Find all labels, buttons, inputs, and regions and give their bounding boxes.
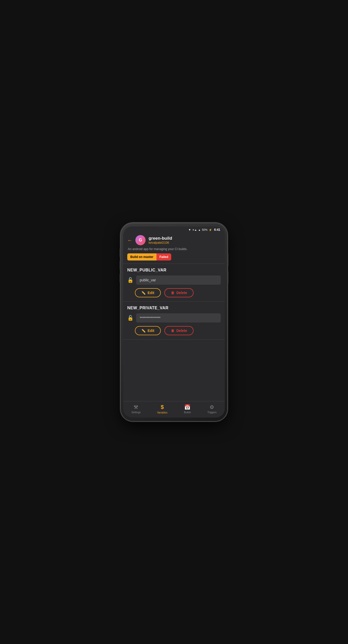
sim-cross-icon: ✕▲ xyxy=(192,228,197,231)
username: kevalpatel2106 xyxy=(149,241,172,244)
var-value-private[interactable] xyxy=(136,313,221,323)
nav-item-triggers[interactable]: ⚙ Triggers xyxy=(207,404,216,414)
nav-label-variables: Variables xyxy=(157,411,167,414)
nav-item-variables[interactable]: $ Variables xyxy=(157,404,167,414)
nav-item-settings[interactable]: ⚒ Settings xyxy=(131,404,140,414)
delete-button-private[interactable]: 🗑 Delete xyxy=(164,326,194,335)
nav-label-triggers: Triggers xyxy=(207,411,216,414)
pencil-icon-private: ✏️ xyxy=(141,329,146,333)
trash-icon-private: 🗑 xyxy=(171,329,174,333)
signal-icon: ▲ xyxy=(198,228,201,231)
phone-screen: ▼ ✕▲ ▲ 50% ⚡ 6:41 ← G green-build kevalp… xyxy=(123,226,225,418)
trash-icon: 🗑 xyxy=(171,291,174,295)
triggers-icon: ⚙ xyxy=(210,404,214,410)
variable-item-private: NEW_PRIVATE_VAR 🔓 ✏️ Edit 🗑 Delete xyxy=(123,302,225,340)
status-bar: ▼ ✕▲ ▲ 50% ⚡ 6:41 xyxy=(123,226,225,233)
edit-button-public[interactable]: ✏️ Edit xyxy=(135,288,161,297)
nav-label-settings: Settings xyxy=(131,411,140,414)
header-row: ← G green-build kevalpatel2106 xyxy=(127,235,221,245)
status-icons: ▼ ✕▲ ▲ 50% ⚡ 6:41 xyxy=(188,228,220,232)
content-area: NEW_PUBLIC_VAR 🔓 ✏️ Edit 🗑 Delete xyxy=(123,264,225,401)
var-input-row-public: 🔓 xyxy=(127,275,221,285)
variables-icon: $ xyxy=(161,404,164,410)
app-description: An android app for managing your CI buil… xyxy=(127,247,221,251)
settings-icon: ⚒ xyxy=(134,404,138,410)
var-buttons-public: ✏️ Edit 🗑 Delete xyxy=(135,288,221,297)
bottom-nav: ⚒ Settings $ Variables 📅 Builds ⚙ Trigge… xyxy=(123,401,225,418)
battery-percent: 50% xyxy=(202,228,208,231)
delete-button-public[interactable]: 🗑 Delete xyxy=(164,288,194,297)
charging-icon: ⚡ xyxy=(209,228,212,231)
phone-device: ▼ ✕▲ ▲ 50% ⚡ 6:41 ← G green-build kevalp… xyxy=(121,223,227,421)
status-time: 6:41 xyxy=(214,228,220,232)
empty-area xyxy=(123,340,225,390)
header-text: green-build kevalpatel2106 xyxy=(149,236,172,244)
var-value-public[interactable] xyxy=(136,275,221,285)
avatar: G xyxy=(135,235,146,245)
lock-icon-private: 🔓 xyxy=(127,315,134,321)
var-buttons-private: ✏️ Edit 🗑 Delete xyxy=(135,326,221,335)
wifi-icon: ▼ xyxy=(188,228,191,231)
nav-item-builds[interactable]: 📅 Builds xyxy=(184,404,191,414)
pencil-icon: ✏️ xyxy=(141,291,146,295)
back-button[interactable]: ← xyxy=(127,237,132,243)
var-name-public: NEW_PUBLIC_VAR xyxy=(127,268,221,272)
app-title: green-build xyxy=(149,236,172,241)
build-status-label: Failed xyxy=(156,253,171,260)
variable-item: NEW_PUBLIC_VAR 🔓 ✏️ Edit 🗑 Delete xyxy=(123,264,225,302)
build-branch-label: Build on master xyxy=(127,253,156,260)
header: ← G green-build kevalpatel2106 An androi… xyxy=(123,233,225,264)
var-name-private: NEW_PRIVATE_VAR xyxy=(127,306,221,310)
edit-button-private[interactable]: ✏️ Edit xyxy=(135,326,161,335)
var-input-row-private: 🔓 xyxy=(127,313,221,323)
nav-label-builds: Builds xyxy=(184,411,191,414)
builds-icon: 📅 xyxy=(184,404,191,410)
build-badge: Build on master Failed xyxy=(127,253,171,260)
lock-icon-public: 🔓 xyxy=(127,277,134,283)
